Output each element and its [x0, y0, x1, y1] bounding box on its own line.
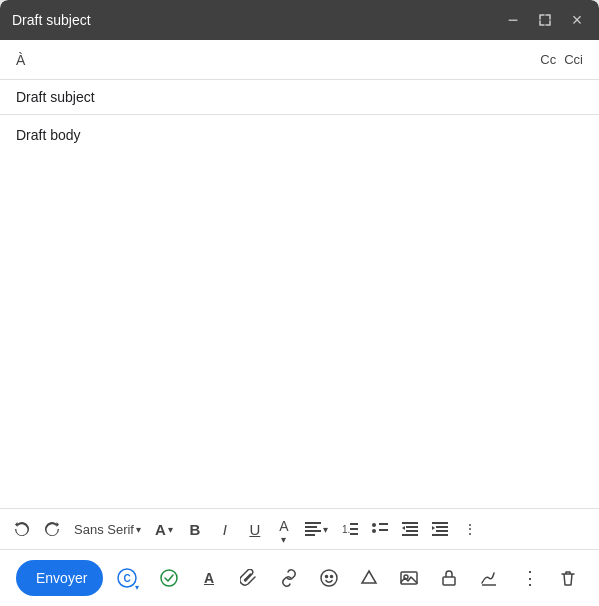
text-color-select[interactable]: A ▾	[271, 515, 297, 543]
discard-button[interactable]	[553, 560, 583, 596]
signature-icon	[480, 569, 498, 587]
emoji-button[interactable]	[311, 560, 347, 596]
send-row: Envoyer ▾ C ▾ A	[0, 549, 599, 606]
more-options-icon: ⋮	[521, 567, 539, 589]
bullet-list-icon	[372, 522, 388, 536]
text-formatting-button[interactable]: A	[191, 560, 227, 596]
svg-text:1.: 1.	[342, 524, 350, 535]
minimize-button[interactable]: −	[503, 10, 523, 30]
svg-rect-1	[305, 526, 317, 528]
action-icons: A	[151, 560, 507, 596]
svg-rect-17	[436, 526, 448, 528]
redo-icon	[44, 521, 60, 537]
svg-point-8	[372, 523, 376, 527]
signature-button[interactable]	[471, 560, 507, 596]
to-field-row: À Cc Cci	[0, 40, 599, 80]
svg-point-22	[161, 570, 177, 586]
drive-button[interactable]	[351, 560, 387, 596]
drive-icon	[360, 569, 378, 587]
more-options-button[interactable]: ⋮	[515, 560, 545, 596]
compose-window: Draft subject − × À Cc Cci Draft body	[0, 0, 599, 606]
text-color-arrow: ▾	[281, 534, 286, 545]
redo-button[interactable]	[38, 515, 66, 543]
svg-rect-15	[402, 534, 418, 536]
svg-rect-28	[443, 577, 455, 585]
text-format-icon: A	[204, 570, 214, 586]
confidential-button[interactable]	[431, 560, 467, 596]
italic-button[interactable]: I	[211, 515, 239, 543]
indent-icon	[402, 522, 418, 536]
numbered-list-button[interactable]: 1.	[336, 515, 364, 543]
to-input[interactable]	[36, 52, 540, 68]
photo-button[interactable]	[391, 560, 427, 596]
svg-point-24	[326, 576, 328, 578]
more-formatting-icon: ⋮	[463, 521, 477, 537]
outdent-button[interactable]	[426, 515, 454, 543]
outdent-icon	[432, 522, 448, 536]
subject-row	[0, 80, 599, 115]
cc-dropdown-arrow: ▾	[135, 583, 139, 592]
indent-button[interactable]	[396, 515, 424, 543]
body-area: Draft body	[0, 115, 599, 508]
svg-rect-2	[305, 530, 321, 532]
font-size-select[interactable]: A ▾	[149, 515, 179, 543]
cc-buttons: Cc Cci	[540, 52, 583, 67]
svg-rect-7	[350, 533, 358, 535]
cc-options-icon: C	[117, 568, 137, 588]
photo-icon	[400, 569, 418, 587]
expand-icon	[538, 13, 552, 27]
link-button[interactable]	[271, 560, 307, 596]
emoji-icon	[320, 569, 338, 587]
svg-rect-5	[350, 523, 358, 525]
svg-point-23	[321, 570, 337, 586]
svg-rect-18	[436, 530, 448, 532]
align-icon	[305, 522, 321, 536]
svg-rect-12	[402, 522, 418, 524]
undo-button[interactable]	[8, 515, 36, 543]
cc-options-button[interactable]: C ▾	[111, 560, 143, 596]
send-button-group: Envoyer ▾	[16, 560, 103, 596]
svg-rect-6	[350, 528, 358, 530]
send-button[interactable]: Envoyer	[16, 560, 103, 596]
link-icon	[280, 569, 298, 587]
bullet-list-button[interactable]	[366, 515, 394, 543]
numbered-list-icon: 1.	[342, 522, 358, 536]
subject-input[interactable]	[16, 89, 583, 105]
svg-rect-9	[379, 523, 388, 525]
svg-rect-13	[406, 526, 418, 528]
grammar-check-button[interactable]	[151, 560, 187, 596]
undo-icon	[14, 521, 30, 537]
title-bar: Draft subject − ×	[0, 0, 599, 40]
cc-button[interactable]: Cc	[540, 52, 556, 67]
font-size-arrow: ▾	[168, 524, 173, 535]
svg-text:C: C	[123, 573, 130, 584]
attach-icon	[240, 569, 258, 587]
grammar-check-icon	[160, 569, 178, 587]
svg-rect-16	[432, 522, 448, 524]
title-bar-actions: − ×	[503, 10, 587, 30]
align-arrow: ▾	[323, 524, 328, 535]
svg-rect-14	[406, 530, 418, 532]
body-input[interactable]: Draft body	[16, 127, 583, 496]
svg-rect-11	[379, 529, 388, 531]
svg-rect-0	[305, 522, 321, 524]
to-label: À	[16, 52, 36, 68]
trash-icon	[559, 569, 577, 587]
align-select[interactable]: ▾	[299, 515, 334, 543]
font-family-label: Sans Serif	[74, 522, 134, 537]
font-size-label: A	[155, 521, 166, 538]
svg-rect-3	[305, 534, 315, 536]
lock-icon	[440, 569, 458, 587]
close-button[interactable]: ×	[567, 10, 587, 30]
more-formatting-button[interactable]: ⋮	[456, 515, 484, 543]
svg-rect-26	[401, 572, 417, 584]
cci-button[interactable]: Cci	[564, 52, 583, 67]
font-family-arrow: ▾	[136, 524, 141, 535]
text-color-label: A	[279, 519, 288, 533]
underline-button[interactable]: U	[241, 515, 269, 543]
svg-rect-19	[432, 534, 448, 536]
font-family-select[interactable]: Sans Serif ▾	[68, 515, 147, 543]
attach-button[interactable]	[231, 560, 267, 596]
expand-button[interactable]	[535, 10, 555, 30]
bold-button[interactable]: B	[181, 515, 209, 543]
